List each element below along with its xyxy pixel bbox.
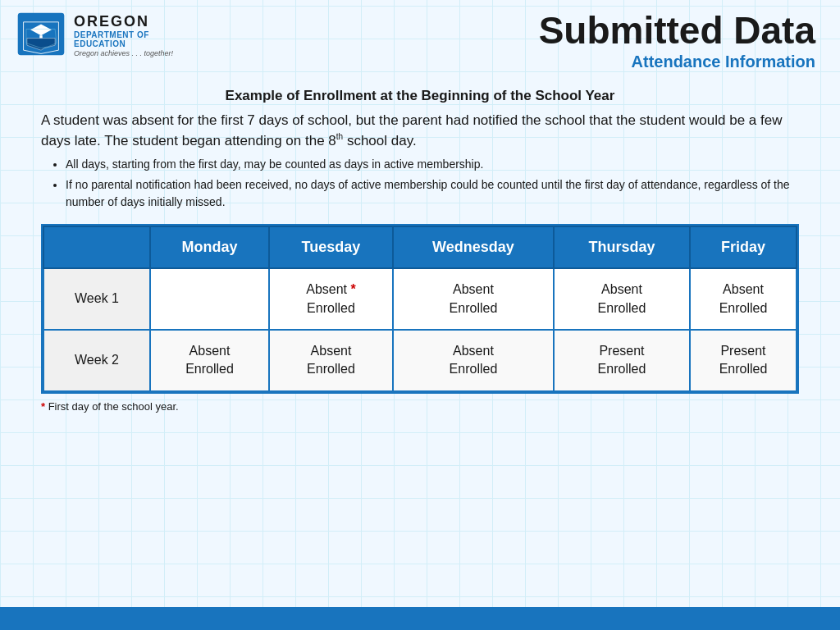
col-header-monday: Monday bbox=[150, 226, 269, 268]
week2-wednesday: Absent Enrolled bbox=[393, 330, 554, 391]
oregon-logo-icon bbox=[16, 11, 66, 61]
bullet-item-2: If no parental notification had been rec… bbox=[66, 176, 799, 211]
col-header-thursday: Thursday bbox=[554, 226, 690, 268]
logo-tagline: Oregon achieves . . . together! bbox=[74, 50, 173, 58]
week1-wednesday: Absent Enrolled bbox=[393, 268, 554, 330]
logo-oregon: OREGON bbox=[74, 14, 173, 30]
main-content: Example of Enrollment at the Beginning o… bbox=[0, 80, 840, 607]
main-title: Submitted Data bbox=[539, 11, 815, 49]
footnote-text: First day of the school year. bbox=[45, 400, 179, 413]
week2-tuesday: Absent Enrolled bbox=[269, 330, 393, 391]
col-header-blank bbox=[43, 226, 150, 268]
week1-tuesday-absent: Absent * bbox=[306, 282, 356, 296]
logo-area: OREGON DEPARTMENT OF EDUCATION Oregon ac… bbox=[16, 11, 173, 61]
logo-dept-line2: EDUCATION bbox=[74, 39, 173, 48]
asterisk-mark: * bbox=[350, 282, 355, 296]
logo-text: OREGON DEPARTMENT OF EDUCATION Oregon ac… bbox=[74, 14, 173, 58]
week2-monday: Absent Enrolled bbox=[150, 330, 269, 391]
title-area: Submitted Data Attendance Information bbox=[539, 11, 815, 71]
table-header-row: Monday Tuesday Wednesday Thursday Friday bbox=[43, 226, 797, 268]
bullet-list: All days, starting from the first day, m… bbox=[41, 156, 799, 211]
footer-bar bbox=[0, 607, 840, 630]
footnote: * First day of the school year. bbox=[41, 400, 799, 413]
week2-thursday: Present Enrolled bbox=[554, 330, 690, 391]
example-heading: Example of Enrollment at the Beginning o… bbox=[41, 88, 799, 104]
table-row: Week 1 Absent * Enrolled Absent Enrolled… bbox=[43, 268, 797, 330]
week1-tuesday: Absent * Enrolled bbox=[269, 268, 393, 330]
table-row: Week 2 Absent Enrolled Absent Enrolled A… bbox=[43, 330, 797, 391]
week2-label: Week 2 bbox=[43, 330, 150, 391]
week1-thursday: Absent Enrolled bbox=[554, 268, 690, 330]
week1-label: Week 1 bbox=[43, 268, 150, 330]
week2-friday: Present Enrolled bbox=[690, 330, 797, 391]
superscript-th: th bbox=[336, 132, 343, 141]
attendance-table-container: Monday Tuesday Wednesday Thursday Friday… bbox=[41, 224, 799, 394]
week1-tuesday-enrolled: Enrolled bbox=[307, 301, 355, 315]
week1-friday: Absent Enrolled bbox=[690, 268, 797, 330]
col-header-tuesday: Tuesday bbox=[269, 226, 393, 268]
example-paragraph: A student was absent for the first 7 day… bbox=[41, 111, 799, 151]
col-header-friday: Friday bbox=[690, 226, 797, 268]
bullet-item-1: All days, starting from the first day, m… bbox=[66, 156, 799, 173]
logo-dept-line1: DEPARTMENT OF bbox=[74, 30, 173, 39]
header: OREGON DEPARTMENT OF EDUCATION Oregon ac… bbox=[0, 0, 840, 80]
col-header-wednesday: Wednesday bbox=[393, 226, 554, 268]
example-text-part2: school day. bbox=[343, 133, 416, 148]
sub-title: Attendance Information bbox=[539, 52, 815, 71]
week1-monday bbox=[150, 268, 269, 330]
attendance-table: Monday Tuesday Wednesday Thursday Friday… bbox=[43, 226, 797, 392]
